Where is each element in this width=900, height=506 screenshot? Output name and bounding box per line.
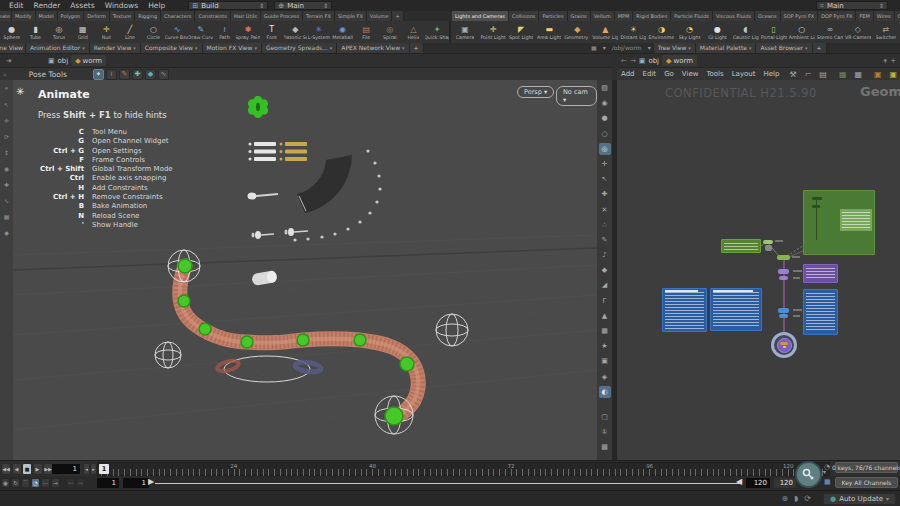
shelf-tab[interactable]: Lights and Cameras — [452, 11, 509, 21]
network-node[interactable] — [777, 255, 790, 260]
menu-windows[interactable]: Windows — [100, 1, 143, 10]
viewport-display-icon[interactable]: ▢ — [599, 411, 611, 423]
network-node[interactable] — [778, 269, 789, 274]
current-frame-field[interactable]: 1 — [52, 464, 80, 474]
shelf-tool-camera[interactable]: ▣Camera — [452, 21, 478, 43]
network-menu-go[interactable]: Go — [660, 70, 678, 78]
shelf-tab[interactable]: Grains — [568, 11, 591, 21]
set-key-button[interactable] — [795, 461, 822, 488]
shelf-tool-gi-light[interactable]: ●GI Light — [705, 21, 731, 43]
pane-tab[interactable]: Asset Browser▾ — [756, 43, 812, 53]
shelf-tool-torus[interactable]: ◎Torus — [47, 21, 71, 43]
viewport-display-icon[interactable]: ① — [599, 426, 611, 438]
collapse-icon[interactable]: « — [3, 71, 7, 78]
pane-menu-icon[interactable]: ▾ — [600, 43, 609, 53]
path-root[interactable]: obj — [58, 57, 69, 65]
range-slider-track[interactable] — [155, 483, 741, 484]
shelf-tool-distant-light[interactable]: ☀Distant Light — [620, 21, 646, 43]
menu-edit[interactable]: Edit — [4, 1, 29, 10]
sticky-note[interactable] — [803, 289, 838, 335]
shelf-tab[interactable]: Crowds — [895, 11, 900, 21]
shelf-tool-metaball[interactable]: ◉Metaball — [331, 21, 355, 43]
shelf-tool-geometry-light[interactable]: ◆Geometry Light — [564, 21, 590, 43]
network-menu-edit[interactable]: Edit — [639, 70, 661, 78]
range-start-field[interactable]: 1 — [97, 478, 119, 488]
playbar-option-button[interactable]: ⋯ — [41, 478, 50, 488]
transport-button[interactable]: ▶ — [33, 463, 43, 475]
viewport-display-icon[interactable]: Γ — [599, 295, 611, 307]
pane-tab[interactable]: Motion FX View▾ — [203, 43, 262, 53]
sticky-note[interactable] — [803, 264, 838, 283]
shelf-tab[interactable]: Characters — [161, 11, 195, 21]
pane-tab[interactable]: Composite View▾ — [141, 43, 203, 53]
shelf-tab[interactable]: + — [392, 11, 403, 21]
look-through-pill[interactable]: No cam ▾ — [556, 86, 597, 106]
pane-tab[interactable]: Geometry Spreads...▾ — [262, 43, 337, 53]
pane-tab[interactable]: Animation Editor▾ — [26, 43, 90, 53]
snapshot-icon[interactable]: ▣ — [872, 70, 884, 79]
shelf-tool-font[interactable]: TFont — [260, 21, 284, 43]
viewport-display-icon[interactable]: ▣ — [599, 355, 611, 367]
menu-help[interactable]: Help — [143, 1, 170, 10]
shelf-tool-spiral[interactable]: ◎Spiral — [378, 21, 402, 43]
shelf-tab[interactable]: Simple FX — [335, 11, 367, 21]
pane-tab-arrow[interactable]: ▾ — [254, 45, 257, 51]
playbar-option-button[interactable]: ↻ — [11, 478, 20, 488]
camera-menu-pill[interactable]: Persp ▾ — [517, 86, 554, 98]
viewport-display-icon[interactable]: ▦ — [599, 325, 611, 337]
path-dropdown-icon[interactable]: ▾ — [884, 57, 888, 65]
shelf-tool-platonic-solids[interactable]: ◆Platonic Solids — [284, 21, 308, 43]
shelf-tool-area-light[interactable]: ▬Area Light — [536, 21, 562, 43]
shelf-tab[interactable]: Rigging — [135, 11, 161, 21]
pane-tab[interactable]: Material Palette▾ — [696, 43, 757, 53]
viewport-display-icon[interactable]: ✚ — [599, 188, 611, 200]
shelf-tab[interactable]: Deform — [84, 11, 110, 21]
shelf-tab[interactable]: Rigid Bodies — [633, 11, 671, 21]
viewport-display-icon[interactable]: ♪ — [599, 249, 611, 261]
viewport-display-icon[interactable]: ◉ — [599, 97, 611, 109]
shelf-tab[interactable]: SOP Pyro FX — [781, 11, 819, 21]
pane-tab-arrow[interactable]: ▾ — [805, 45, 808, 51]
shelf-tool-l-system[interactable]: ✳L-System — [307, 21, 331, 43]
shelf-tool-line[interactable]: ╱Line — [118, 21, 142, 43]
shelf-tool-sphere[interactable]: ●Sphere — [0, 21, 24, 43]
pane-tab[interactable]: Tree View▾ — [654, 43, 696, 53]
menu-render[interactable]: Render — [29, 1, 66, 10]
shelf-tool-circle[interactable]: ○Circle — [142, 21, 166, 43]
viewport-display-icon[interactable]: ▧ — [599, 82, 611, 94]
shelf-tab[interactable]: Modify — [12, 11, 36, 21]
pane-tab-arrow[interactable]: ▾ — [330, 45, 333, 51]
shelf-tool-switcher[interactable]: ⇄Switcher — [873, 21, 899, 43]
shelf-tool-ambient-light[interactable]: ○Ambient Light — [789, 21, 815, 43]
shelf-tab[interactable]: Constraints — [195, 11, 231, 21]
shelf-tool-file[interactable]: ▤File — [354, 21, 378, 43]
shelf-tool-vr-camera[interactable]: ◇VR Camera — [845, 21, 871, 43]
playbar-option-button[interactable]: ◉ — [1, 478, 10, 488]
shelf-tab[interactable]: FEM — [856, 11, 873, 21]
channels-icon[interactable]: ▦ — [824, 478, 831, 486]
forward-icon[interactable]: → — [630, 57, 636, 65]
shelf-tab[interactable]: Particle Fluids — [671, 11, 713, 21]
playback-end-field[interactable]: 120 — [774, 478, 796, 488]
path-node-chip[interactable]: ◆ worm — [71, 55, 106, 66]
pane-tab[interactable]: + — [410, 43, 424, 53]
network-node[interactable] — [779, 314, 788, 318]
pane-tab[interactable]: + — [813, 43, 827, 53]
frame-fwd-spinner[interactable]: ▸ — [90, 463, 97, 475]
shelf-tool-point-light[interactable]: ✛Point Light — [480, 21, 506, 43]
viewport-display-icon[interactable]: ✛ — [599, 158, 611, 170]
network-path-tab-arrow[interactable]: ▾ — [645, 43, 654, 53]
status-icon[interactable]: ⟳ — [804, 494, 811, 503]
network-editor[interactable]: CONFIDENTIAL H21.5.90 Geometry — [617, 80, 900, 460]
shelf-tab[interactable]: Particles — [539, 11, 567, 21]
shelf-tool-null[interactable]: ✛Null — [95, 21, 119, 43]
network-path-tab[interactable]: /obj/worm — [609, 43, 645, 53]
viewport-display-icon[interactable]: ▩ — [599, 441, 611, 453]
pose-tool-button[interactable]: ≀ — [106, 69, 117, 80]
range-left-handle[interactable]: ▶ — [148, 477, 154, 487]
shelf-tab[interactable]: MPM — [615, 11, 634, 21]
shelf-tool-environment-light[interactable]: ◑Environment Light — [648, 21, 674, 43]
sticky-note[interactable] — [710, 288, 762, 331]
transport-button[interactable]: ■ — [22, 463, 32, 475]
shelf-tab[interactable]: Polygon — [58, 11, 85, 21]
